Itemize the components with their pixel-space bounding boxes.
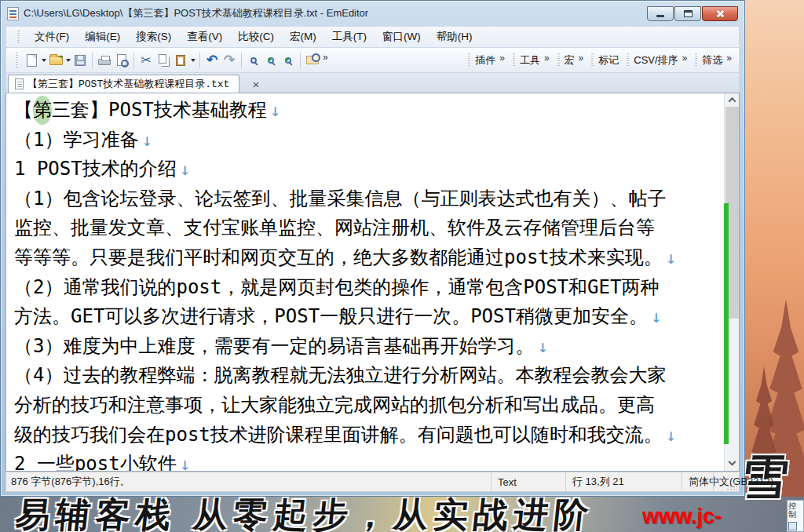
toolbar-right-groups: 插件 » 工具 » 宏 » 标记 CS (464, 48, 736, 72)
undo-button[interactable] (203, 51, 221, 70)
maximize-icon (684, 10, 693, 17)
search-in-files-icon (306, 56, 319, 64)
status-segment: 简体中文(GB2312) (682, 472, 713, 491)
menu-item[interactable]: 工具(T) (325, 27, 374, 46)
menu-item[interactable]: 窗口(W) (375, 27, 428, 46)
menu-item[interactable]: 文件(F) (27, 27, 76, 46)
minimize-icon (656, 15, 664, 17)
titlebar[interactable]: C:\Users\LG\Desktop\【第三套】POST技术基础教程课程目录.… (1, 1, 744, 26)
editor-line: 1 POST技术的介绍↓ (14, 155, 724, 184)
status-segment: 行 13,列 21 (565, 472, 682, 491)
toolbar-group-label: CSV/排序 (634, 53, 678, 67)
open-folder-icon (49, 56, 63, 65)
paste-icon (176, 55, 185, 66)
menu-item[interactable]: 编辑(E) (78, 27, 127, 46)
print-preview-button[interactable] (113, 51, 130, 70)
newline-mark: ↓ (651, 307, 661, 326)
status-byte-count: 876 字节(876字节),16行。 (6, 475, 491, 489)
window-controls (647, 6, 738, 21)
text-editor[interactable]: 【第三套】POST技术基础教程↓ （1）学习准备↓ 1 POST技术的介绍↓ （… (6, 93, 724, 471)
new-file-button[interactable] (23, 51, 40, 70)
open-file-button[interactable] (47, 51, 64, 70)
toolbar-group-chevron[interactable]: » (579, 53, 584, 64)
wallpaper-url-text: www.jc-box.com (642, 505, 804, 532)
replace-button[interactable] (262, 51, 280, 70)
toolbar-overflow-chevron[interactable]: » (323, 52, 328, 63)
toolbar-group-label: 插件 (475, 53, 495, 67)
editor-line: 分析的技巧和注意事项，让大家能独立完成网站的抓包分析和写出成品。更高 (14, 391, 724, 421)
window-title: C:\Users\LG\Desktop\【第三套】POST技术基础教程课程目录.… (24, 6, 368, 20)
highlighted-char: 第 (33, 96, 52, 125)
toolbar-group-label: 宏 (565, 53, 575, 67)
toolbar-group[interactable]: 工具 » (509, 51, 554, 70)
menu-item[interactable]: 比较(C) (231, 27, 281, 46)
newline-mark: ↓ (666, 425, 676, 445)
print-icon (98, 59, 111, 65)
replace-icon (268, 57, 274, 64)
paste-button[interactable] (172, 51, 189, 70)
redo-button[interactable] (221, 51, 238, 70)
print-button[interactable] (96, 51, 113, 70)
find-in-files-button[interactable] (280, 51, 297, 70)
desktop-wallpaper-right (744, 0, 804, 497)
toolbar-group-label: 工具 (520, 53, 540, 67)
tab-close-icon[interactable]: × (252, 78, 259, 90)
editor-line: 等等等。只要是我们平时和网页交互的，绝大多数都能通过post技术来实现。↓ (14, 243, 724, 273)
toolbar-group[interactable]: 标记 (587, 51, 623, 70)
maximize-button[interactable] (674, 6, 701, 21)
menu-item[interactable]: 查看(V) (180, 27, 229, 46)
save-button[interactable] (71, 51, 89, 70)
toolbar-group[interactable]: 宏 » (554, 51, 588, 70)
scroll-up-button[interactable] (725, 93, 740, 107)
close-button[interactable] (702, 6, 738, 21)
toolbar-group-chevron[interactable]: » (682, 53, 688, 64)
editor-line: 【第三套】POST技术基础教程↓ (14, 96, 724, 126)
newline-mark: ↓ (270, 100, 280, 120)
editor-line: （1）包含论坛登录、论坛签到、批量采集信息（与正则表达式也有关）、帖子 (14, 184, 724, 214)
toolbar-group[interactable]: CSV/排序 » (623, 51, 691, 70)
toolbar-group[interactable]: 插件 » (464, 51, 509, 70)
cut-button[interactable] (137, 51, 155, 70)
paste-dropdown[interactable] (189, 51, 196, 70)
editor-line: 2 一些post小软件↓ (14, 450, 724, 471)
newline-mark: ↓ (666, 248, 676, 268)
emeditor-app-icon (7, 7, 19, 20)
newline-mark: ↓ (180, 159, 190, 179)
chevron-up-icon (729, 97, 736, 105)
toolbar-group-label: 标记 (598, 53, 619, 67)
editor-line: （4）过去的教程弊端：脱离教程就无法独立进行分析网站。本教程会教会大家 (14, 361, 724, 391)
control-popup[interactable]: 控制 (787, 500, 804, 532)
toolbar-separator (133, 53, 134, 68)
toolbar-group-chevron[interactable]: » (726, 53, 732, 64)
toolbar-separator (92, 53, 93, 68)
menu-item[interactable]: 搜索(S) (129, 27, 178, 46)
toolbar-group-chevron[interactable]: » (544, 53, 550, 64)
chevron-down-icon (729, 458, 736, 466)
close-icon (715, 9, 725, 18)
tab-bar: 【第三套】POST技术基础教程课程目录.txt × (5, 73, 740, 93)
document-tab[interactable]: 【第三套】POST技术基础教程课程目录.txt (8, 75, 239, 93)
search-in-files-button[interactable] (304, 51, 321, 70)
control-popup-icon[interactable] (788, 522, 797, 530)
newline-mark: ↓ (180, 454, 190, 471)
open-file-dropdown[interactable] (64, 51, 71, 70)
menu-item[interactable]: 宏(M) (283, 27, 323, 46)
minimize-button[interactable] (647, 6, 674, 21)
find-button[interactable] (245, 51, 262, 70)
toolbar-group-chevron[interactable]: » (499, 53, 505, 64)
toolbar-separator (300, 53, 301, 68)
editor-line: 级的技巧我们会在post技术进阶课程里面讲解。有问题也可以随时和我交流。↓ (14, 421, 724, 450)
menu-bar: 文件(F)编辑(E)搜索(S)查看(V)比较(C)宏(M)工具(T)窗口(W)帮… (5, 26, 740, 47)
copy-button[interactable] (155, 51, 172, 70)
status-segments: Text行 13,列 21简体中文(GB2312) (491, 472, 726, 491)
newline-mark: ↓ (141, 130, 152, 150)
menu-item[interactable]: 帮助(H) (429, 27, 480, 46)
editor-line: （1）学习准备↓ (14, 126, 724, 155)
scroll-down-button[interactable] (725, 457, 740, 471)
new-file-dropdown[interactable] (40, 51, 47, 70)
status-segment (713, 472, 726, 491)
toolbar-group[interactable]: 筛选 » (691, 51, 736, 70)
tab-title: 【第三套】POST技术基础教程课程目录.txt (27, 77, 229, 91)
print-preview-icon (117, 54, 126, 66)
status-bar: 876 字节(876字节),16行。 Text行 13,列 21简体中文(GB2… (5, 472, 740, 492)
